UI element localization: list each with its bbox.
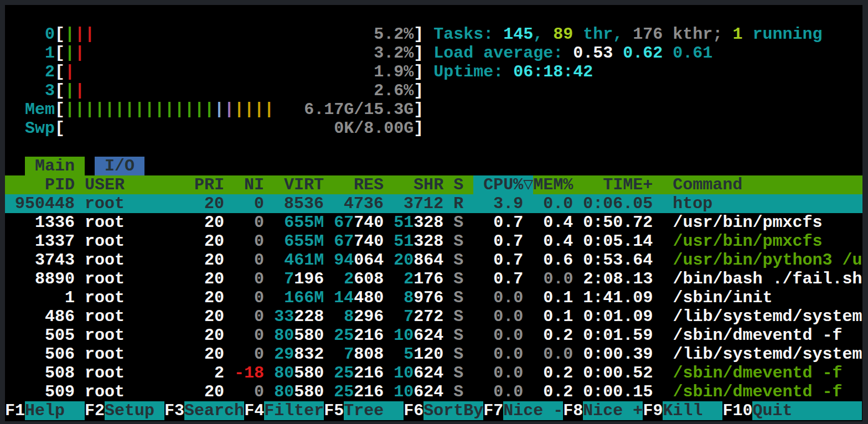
text-segment: 296 <box>354 307 384 326</box>
text-segment: 25 <box>334 326 354 345</box>
fkey-f9[interactable]: F9 <box>643 401 663 420</box>
table-header-row[interactable]: PID USER PRI NI VIRT RES SHR S CPU%▽MEM%… <box>5 175 862 194</box>
selected-row-text: 950448 root 20 0 8536 4736 3712 R 3.9 0.… <box>5 194 712 213</box>
text-segment <box>523 326 533 345</box>
text-segment <box>573 364 583 382</box>
text-segment: 20 <box>194 213 224 232</box>
cpu2-value: 1.9% <box>374 63 414 81</box>
text-segment: 328 <box>414 232 443 251</box>
fkey-f6-sortby[interactable]: SortBy <box>423 401 483 420</box>
fkey-f7[interactable]: F7 <box>483 401 503 420</box>
fkey-f4-filter[interactable]: Filter <box>264 401 324 420</box>
fkey-f9-kill[interactable]: Kill <box>663 401 722 420</box>
text-segment <box>613 44 623 63</box>
text-segment: 94 <box>334 251 354 270</box>
text-segment <box>384 232 394 251</box>
text-segment <box>224 307 234 326</box>
text-segment: 0.0 <box>533 345 573 364</box>
text-segment <box>653 307 673 326</box>
process-row-1[interactable]: 1 root 20 0 166M 14480 8976 S 0.0 0.1 1:… <box>5 288 772 307</box>
process-row-8890[interactable]: 8890 root 20 0 7196 2608 2176 S 0.7 0.0 … <box>5 270 862 288</box>
tab-io[interactable]: I/O <box>95 157 144 175</box>
text-segment: ||||||||||||||| <box>65 100 214 119</box>
fkey-f1[interactable]: F1 <box>5 401 25 420</box>
text-segment: 864 <box>414 251 443 270</box>
text-segment: 2:08.13 <box>583 270 653 288</box>
text-segment: | <box>65 81 75 100</box>
fkey-f3[interactable]: F3 <box>164 401 184 420</box>
text-segment: 7 <box>344 345 354 364</box>
text-segment: 0:01.59 <box>583 326 653 345</box>
process-row-505[interactable]: 505 root 20 0 80580 25216 10624 S 0.0 0.… <box>5 326 842 345</box>
text-segment: 51 <box>394 232 414 251</box>
fkey-f7-nice-minus[interactable]: Nice - <box>503 401 563 420</box>
fkey-f3-search[interactable]: Search <box>184 401 244 420</box>
text-segment <box>443 251 453 270</box>
text-segment: 655M <box>274 213 324 232</box>
process-row-486[interactable]: 486 root 20 0 33228 8296 7272 S 0.0 0.1 … <box>5 307 862 326</box>
function-key-bar[interactable]: F1Help F2Setup F3SearchF4FilterF5Tree F6… <box>5 401 862 420</box>
text-segment: 7 <box>284 270 294 288</box>
column-headers-right[interactable]: MEM% TIME+ Command <box>533 175 742 194</box>
process-row-1336[interactable]: 1336 root 20 0 655M 67740 51328 S 0.7 0.… <box>5 213 822 232</box>
meter-cpu0: 0[||| 5.2%] Tasks: 145, 89 thr, 176 kthr… <box>5 25 822 44</box>
fkey-f8[interactable]: F8 <box>563 401 583 420</box>
text-segment <box>443 382 453 401</box>
command-text: /sbin/dmeventd -f <box>673 326 842 345</box>
text-segment: 20 <box>194 326 224 345</box>
tabs-row: Main I/O <box>5 157 144 175</box>
text-segment: 196 <box>294 270 324 288</box>
text-segment <box>653 213 673 232</box>
text-segment: | <box>75 44 85 63</box>
text-segment: 0 <box>234 345 264 364</box>
text-segment <box>224 364 234 382</box>
fkey-f5-tree[interactable]: Tree <box>344 401 404 420</box>
process-row-3743[interactable]: 3743 root 20 0 461M 94064 20864 S 0.7 0.… <box>5 251 862 270</box>
text-segment: [ <box>55 25 65 44</box>
text-segment <box>573 213 583 232</box>
text-segment <box>324 326 334 345</box>
text-segment <box>653 251 673 270</box>
text-segment: 10 <box>394 326 414 345</box>
text-segment <box>75 63 374 81</box>
fkey-f2[interactable]: F2 <box>85 401 105 420</box>
cpu3-label: 3 <box>5 81 55 100</box>
column-header-cpu-sort[interactable]: CPU%▽ <box>473 175 533 194</box>
text-segment <box>394 288 404 307</box>
fkey-f8-nice-plus[interactable]: Nice + <box>583 401 643 420</box>
fkey-f10[interactable]: F10 <box>722 401 752 420</box>
text-segment: 0:50.72 <box>583 213 653 232</box>
text-segment: 624 <box>414 382 443 401</box>
load-average-label: Load average: <box>433 44 573 63</box>
process-row-950448-selected[interactable]: 950448 root 20 0 8536 4736 3712 R 3.9 0.… <box>5 194 862 213</box>
text-segment <box>394 345 404 364</box>
text-segment: [ <box>55 100 65 119</box>
fkey-f2-setup[interactable]: Setup <box>105 401 164 420</box>
command-text: /sbin/dmeventd -f <box>673 364 842 382</box>
text-segment: 25 <box>334 364 354 382</box>
text-segment: 509 root <box>5 382 194 401</box>
text-segment: 508 root <box>5 364 194 382</box>
process-row-508[interactable]: 508 root 2 -18 80580 25216 10624 S 0.0 0… <box>5 364 842 382</box>
text-segment: , <box>533 25 543 44</box>
fkey-f6[interactable]: F6 <box>404 401 423 420</box>
memory-label: Mem <box>5 100 55 119</box>
text-segment <box>264 326 274 345</box>
text-segment <box>324 251 334 270</box>
text-segment <box>324 307 334 326</box>
tab-main[interactable]: Main <box>25 157 85 175</box>
process-row-506[interactable]: 506 root 20 0 29832 7808 5120 S 0.0 0.0 … <box>5 345 862 364</box>
fkey-f1-help[interactable]: Help <box>25 401 85 420</box>
column-headers[interactable]: PID USER PRI NI VIRT RES SHR S <box>5 175 473 194</box>
fkey-f10-quit[interactable]: Quit <box>752 401 862 420</box>
fkey-f5[interactable]: F5 <box>324 401 344 420</box>
text-segment <box>394 307 404 326</box>
text-segment <box>573 232 583 251</box>
process-row-509[interactable]: 509 root 20 0 80580 25216 10624 S 0.0 0.… <box>5 382 842 401</box>
cpu0-value: 5.2% <box>374 25 414 44</box>
text-segment: 480 <box>354 288 384 307</box>
process-row-1337[interactable]: 1337 root 20 0 655M 67740 51328 S 0.7 0.… <box>5 232 822 251</box>
fkey-f4[interactable]: F4 <box>244 401 264 420</box>
text-segment <box>653 345 673 364</box>
load-1min: 0.53 <box>573 44 613 63</box>
